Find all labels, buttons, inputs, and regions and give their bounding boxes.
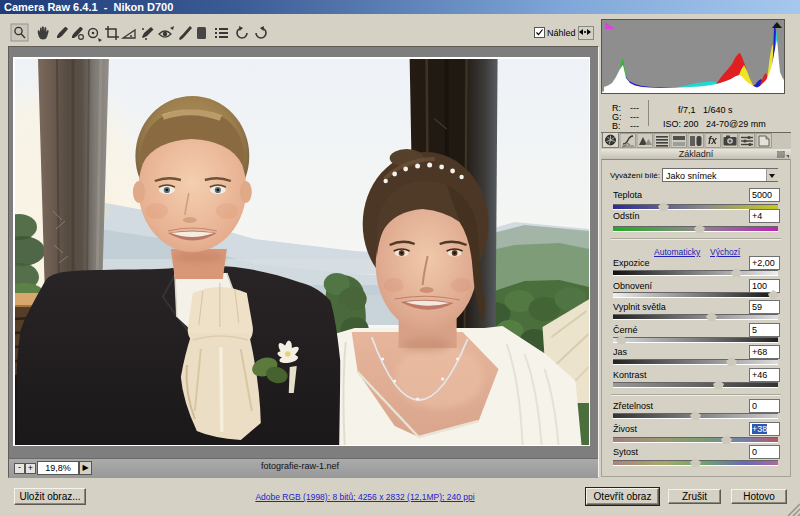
svg-text:fx: fx <box>708 135 717 146</box>
